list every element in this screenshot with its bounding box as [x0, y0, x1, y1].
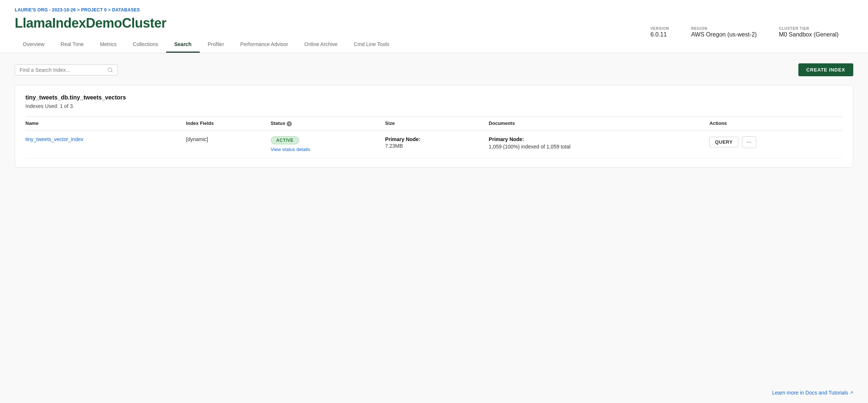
- more-options-button[interactable]: ···: [742, 136, 756, 148]
- tier-label: CLUSTER TIER: [779, 27, 839, 31]
- actions-cell: QUERY···: [709, 130, 843, 158]
- search-wrapper[interactable]: [15, 64, 118, 76]
- tab-collections[interactable]: Collections: [125, 37, 166, 53]
- tab-online-archive[interactable]: Online Archive: [296, 37, 346, 53]
- index-table: NameIndex FieldsStatusiSizeDocumentsActi…: [25, 116, 843, 158]
- query-button[interactable]: QUERY: [709, 137, 738, 147]
- version-value: 6.0.11: [650, 31, 669, 38]
- index-card: tiny_tweets_db.tiny_tweets_vectors Index…: [15, 85, 853, 168]
- status-info-icon[interactable]: i: [287, 121, 292, 126]
- index-name-link[interactable]: tiny_tweets_vector_index: [25, 136, 83, 142]
- table-header: NameIndex FieldsStatusiSizeDocumentsActi…: [25, 117, 843, 130]
- tab-cmd-line-tools[interactable]: Cmd Line Tools: [346, 37, 397, 53]
- breadcrumb-text[interactable]: LAURIE'S ORG - 2023-10-26 > PROJECT 0 > …: [15, 7, 140, 13]
- size-value: 7.23MB: [385, 143, 483, 149]
- tab-performance-advisor[interactable]: Performance Advisor: [232, 37, 296, 53]
- col-header-index-fields: Index Fields: [186, 117, 270, 130]
- col-header-actions: Actions: [709, 117, 843, 130]
- create-index-button[interactable]: CREATE INDEX: [798, 63, 853, 76]
- svg-point-0: [108, 68, 112, 72]
- documents-cell: Primary Node:1,059 (100%) indexed of 1,0…: [489, 130, 710, 158]
- col-header-size: Size: [385, 117, 489, 130]
- docs-node-label: Primary Node:: [489, 136, 704, 142]
- tab-search[interactable]: Search: [166, 37, 200, 53]
- cluster-meta: VERSION 6.0.11 REGION AWS Oregon (us-wes…: [650, 27, 839, 44]
- table-row: tiny_tweets_vector_index[dynamic]ACTIVEV…: [25, 130, 843, 158]
- search-icon: [107, 67, 113, 73]
- collection-name: tiny_tweets_db.tiny_tweets_vectors: [25, 94, 843, 101]
- index-name-cell: tiny_tweets_vector_index: [25, 130, 186, 158]
- actions-container: QUERY···: [709, 136, 837, 148]
- col-header-documents: Documents: [489, 117, 710, 130]
- tier-meta: CLUSTER TIER M0 Sandbox (General): [779, 27, 839, 38]
- indexes-used: Indexes Used: 1 of 3.: [25, 103, 843, 109]
- status-badge: ACTIVE: [271, 136, 299, 144]
- region-meta: REGION AWS Oregon (us-west-2): [691, 27, 757, 38]
- tab-metrics[interactable]: Metrics: [92, 37, 125, 53]
- table-body: tiny_tweets_vector_index[dynamic]ACTIVEV…: [25, 130, 843, 158]
- tab-overview[interactable]: Overview: [15, 37, 52, 53]
- col-header-name: Name: [25, 117, 186, 130]
- docs-value: 1,059 (100%) indexed of 1,059 total: [489, 143, 704, 151]
- tier-value: M0 Sandbox (General): [779, 31, 839, 38]
- size-cell: Primary Node:7.23MB: [385, 130, 489, 158]
- col-header-status: Statusi: [271, 117, 385, 130]
- toolbar: CREATE INDEX: [15, 63, 853, 76]
- tab-profiler[interactable]: Profiler: [200, 37, 232, 53]
- breadcrumb[interactable]: LAURIE'S ORG - 2023-10-26 > PROJECT 0 > …: [15, 7, 853, 13]
- index-fields-cell: [dynamic]: [186, 130, 270, 158]
- region-label: REGION: [691, 27, 757, 31]
- status-cell: ACTIVEView status details: [271, 130, 385, 158]
- region-value: AWS Oregon (us-west-2): [691, 31, 757, 38]
- version-label: VERSION: [650, 27, 669, 31]
- version-meta: VERSION 6.0.11: [650, 27, 669, 38]
- tab-real-time[interactable]: Real Time: [52, 37, 92, 53]
- svg-line-1: [111, 71, 112, 72]
- size-node-label: Primary Node:: [385, 136, 483, 142]
- view-status-link[interactable]: View status details: [271, 147, 379, 152]
- search-input[interactable]: [20, 67, 105, 73]
- main-content: CREATE INDEX tiny_tweets_db.tiny_tweets_…: [0, 53, 868, 178]
